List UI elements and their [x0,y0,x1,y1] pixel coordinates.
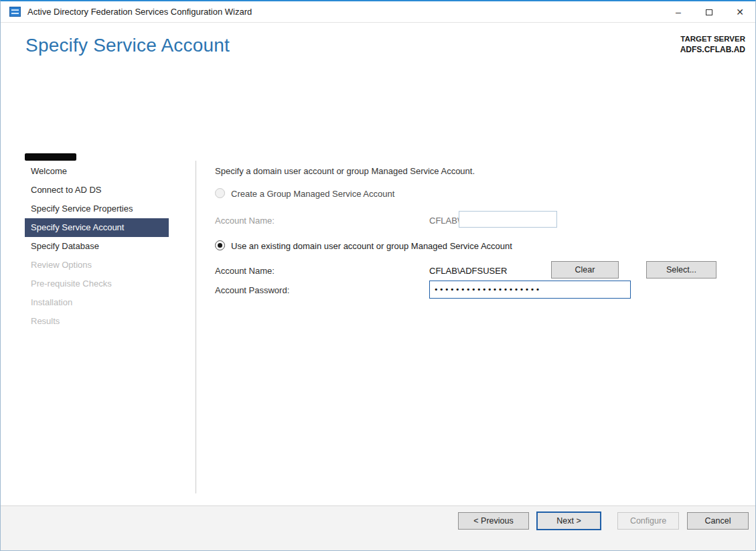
sidebar-item-specify-service-account[interactable]: Specify Service Account [25,218,169,237]
existing-account-name-value: CFLAB\ADFSUSER [429,266,507,276]
page-title: Specify Service Account [25,35,230,56]
gmsa-account-name-label: Account Name: [215,216,275,226]
gmsa-domain-prefix: CFLAB\ [429,216,460,226]
existing-account-name-label: Account Name: [215,266,275,276]
cancel-button[interactable]: Cancel [687,512,749,530]
account-password-label: Account Password: [215,285,289,295]
sidebar-item-installation: Installation [25,293,169,312]
wizard-steps-sidebar: Welcome Connect to AD DS Specify Service… [25,162,169,331]
create-gmsa-radio-label: Create a Group Managed Service Account [231,189,394,199]
target-server-block: TARGET SERVER ADFS.CFLAB.AD [680,33,745,55]
sidebar-item-connect-to-ad-ds[interactable]: Connect to AD DS [25,181,169,200]
maximize-button[interactable] [694,1,725,23]
wizard-app-icon [9,7,21,17]
select-button[interactable]: Select... [646,261,716,279]
sidebar-item-welcome[interactable]: Welcome [25,162,169,181]
window-controls: – ✕ [663,1,755,23]
existing-account-radio-label[interactable]: Use an existing domain user account or g… [231,241,512,251]
minimize-button[interactable]: – [663,1,694,23]
intro-text: Specify a domain user account or group M… [215,166,475,176]
configure-button: Configure [617,512,679,530]
sidebar-content-divider [196,161,196,493]
sidebar-artifact [25,153,76,161]
sidebar-item-specify-database[interactable]: Specify Database [25,237,169,256]
minimize-icon: – [676,7,681,17]
close-icon: ✕ [736,7,744,17]
sidebar-item-review-options: Review Options [25,256,169,274]
next-button[interactable]: Next > [536,511,601,530]
existing-account-radio[interactable] [215,240,225,250]
sidebar-item-specify-service-properties[interactable]: Specify Service Properties [25,200,169,218]
gmsa-account-input[interactable] [459,211,557,228]
close-button[interactable]: ✕ [725,1,755,23]
create-gmsa-radio [215,188,225,198]
sidebar-item-results: Results [25,312,169,331]
title-bar: Active Directory Federation Services Con… [1,1,755,23]
clear-button[interactable]: Clear [551,261,619,279]
target-server-value: ADFS.CFLAB.AD [680,44,745,55]
wizard-window: Active Directory Federation Services Con… [0,0,756,551]
maximize-icon [706,9,712,15]
sidebar-item-pre-requisite-checks: Pre-requisite Checks [25,274,169,293]
previous-button[interactable]: < Previous [458,512,529,530]
window-title: Active Directory Federation Services Con… [27,7,252,17]
target-server-label: TARGET SERVER [680,33,745,44]
account-password-input[interactable] [429,281,631,299]
